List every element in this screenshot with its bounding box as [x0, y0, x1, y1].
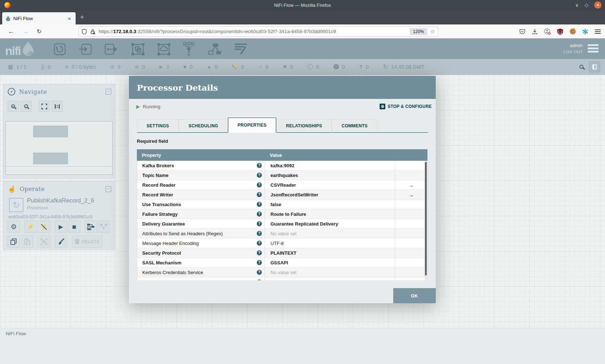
table-scrollbar-thumb[interactable] — [425, 162, 427, 276]
help-icon[interactable]: ? — [257, 270, 262, 275]
new-tab-button[interactable]: + — [80, 14, 84, 21]
refresh-icon[interactable]: ↻ — [383, 64, 387, 70]
operate-collapse-button[interactable]: − — [106, 186, 111, 192]
sync-failure-icon — [359, 64, 363, 69]
enable-button[interactable]: ⚡ — [24, 220, 37, 233]
properties-table: Property Value Kafka Brokers?kafka:9092T… — [137, 149, 427, 280]
breadcrumb[interactable]: NiFi Flow — [6, 331, 26, 336]
threads-icon — [41, 64, 44, 69]
save-template-button[interactable] — [85, 220, 97, 233]
property-value[interactable]: kafka:9092 — [270, 163, 295, 168]
search-icon[interactable] — [579, 65, 583, 69]
property-value[interactable]: PLAINTEXT — [270, 250, 296, 256]
flow-settings-button[interactable] — [589, 62, 600, 72]
browser-tab[interactable]: NiFi Flow × — [2, 12, 76, 24]
zoom-level-badge[interactable]: 120% — [410, 28, 427, 35]
zoom-fit-button[interactable] — [39, 101, 50, 112]
reload-button[interactable]: ↻ — [37, 28, 41, 35]
property-value[interactable]: No value set — [270, 270, 296, 275]
configure-button[interactable]: ⚙ — [8, 220, 20, 233]
change-color-button[interactable] — [55, 235, 67, 248]
zoom-actual-size-button[interactable] — [51, 101, 63, 112]
colorful-extension-icon[interactable] — [582, 28, 589, 35]
tab-relationships[interactable]: RELATIONSHIPS — [276, 119, 332, 133]
download-icon[interactable] — [531, 28, 538, 35]
help-icon[interactable]: ? — [257, 241, 262, 246]
processor-icon[interactable] — [53, 43, 66, 56]
help-icon[interactable]: ? — [257, 260, 262, 265]
help-icon[interactable]: ? — [257, 250, 262, 255]
pocket-icon[interactable] — [519, 28, 526, 35]
property-value[interactable]: No value set — [270, 231, 296, 236]
window-minimize-icon[interactable]: ∨ — [575, 3, 579, 8]
start-button[interactable]: ▶ — [55, 220, 67, 233]
navigate-collapse-button[interactable]: − — [106, 89, 111, 95]
property-row: Delivery Guarantee?Guarantee Replicated … — [137, 219, 427, 229]
property-value[interactable]: earthquakes — [270, 173, 298, 178]
ok-button[interactable]: OK — [393, 288, 436, 303]
browser-menu-icon[interactable] — [594, 28, 601, 35]
process-group-icon[interactable] — [131, 43, 145, 56]
help-icon[interactable]: ? — [257, 279, 262, 280]
selected-component-id: ec60cd03-52f7-341a-8458-97b3dd9901c9 — [8, 214, 93, 219]
property-value[interactable]: UTF-8 — [270, 241, 284, 246]
remote-process-group-icon[interactable] — [157, 43, 171, 56]
output-port-icon[interactable] — [104, 43, 119, 55]
template-icon[interactable] — [208, 43, 222, 55]
tab-settings[interactable]: SETTINGS — [137, 119, 179, 133]
label-icon[interactable] — [234, 43, 248, 56]
tab-scheduling[interactable]: SCHEDULING — [179, 119, 228, 133]
help-icon[interactable]: ? — [257, 163, 262, 168]
cookie-extension-icon[interactable] — [569, 28, 576, 35]
logout-link[interactable]: LOG OUT — [564, 50, 583, 54]
delete-button: DELETE — [72, 235, 102, 248]
property-value[interactable]: CSVReader — [270, 182, 296, 188]
window-close-icon[interactable]: × — [594, 1, 601, 9]
input-port-icon[interactable] — [79, 43, 92, 55]
help-icon[interactable]: ? — [257, 202, 262, 207]
copy-button[interactable] — [8, 235, 20, 248]
help-icon[interactable]: ? — [257, 192, 262, 197]
go-to-service-icon[interactable]: → — [408, 192, 414, 198]
property-value[interactable]: JsonRecordSetWriter — [270, 192, 318, 197]
identity-extension-icon[interactable] — [544, 28, 551, 35]
nifi-global-menu-icon[interactable] — [588, 44, 599, 54]
back-button[interactable]: ← — [8, 28, 14, 35]
invalid-icon — [207, 64, 211, 69]
disable-button[interactable]: ⚡ — [38, 220, 50, 233]
url-bar[interactable]: https://172.18.0.3:32558/nifi/?processGr… — [79, 26, 438, 37]
property-name: SASL Mechanism — [142, 260, 257, 265]
running-status-label: Running — [143, 104, 160, 109]
tab-comments[interactable]: COMMENTS — [332, 119, 377, 133]
property-value[interactable]: false — [270, 202, 281, 207]
stop-and-configure-button[interactable]: ⚙ STOP & CONFIGURE — [380, 104, 432, 109]
zoom-in-button[interactable]: + — [8, 101, 19, 112]
help-icon[interactable]: ? — [257, 211, 262, 217]
help-icon[interactable]: ? — [257, 231, 262, 236]
flow-stat: 0 — [232, 64, 244, 70]
tracking-shield-icon[interactable] — [82, 29, 87, 35]
cluster-icon — [8, 64, 13, 69]
navigate-panel-title: Navigate — [19, 88, 106, 95]
funnel-icon[interactable] — [183, 42, 196, 56]
flow-stat-value: 0 — [241, 64, 244, 70]
ublock-extension-icon[interactable] — [556, 28, 564, 35]
lock-warning-icon[interactable] — [90, 29, 96, 35]
tab-properties[interactable]: PROPERTIES — [228, 118, 276, 133]
tab-close-icon[interactable]: × — [67, 15, 72, 22]
bookmark-star-icon[interactable]: ☆ — [430, 28, 435, 35]
property-value[interactable]: No value set — [270, 279, 296, 281]
property-value[interactable]: Guarantee Replicated Delivery — [270, 221, 338, 227]
birdseye-map[interactable] — [5, 121, 113, 175]
property-value[interactable]: Route to Failure — [270, 211, 306, 217]
help-icon[interactable]: ? — [257, 182, 262, 187]
zoom-out-button[interactable]: − — [21, 101, 32, 112]
property-value[interactable]: GSSAPI — [270, 260, 288, 265]
stop-button[interactable]: ■ — [68, 220, 80, 233]
go-to-service-icon[interactable]: → — [408, 182, 414, 188]
table-scrollbar[interactable] — [425, 161, 427, 280]
help-icon[interactable]: ? — [257, 221, 262, 226]
window-maximize-icon[interactable]: ◇ — [584, 3, 588, 8]
navigate-panel: Navigate − + − — [3, 84, 115, 179]
help-icon[interactable]: ? — [257, 173, 262, 178]
